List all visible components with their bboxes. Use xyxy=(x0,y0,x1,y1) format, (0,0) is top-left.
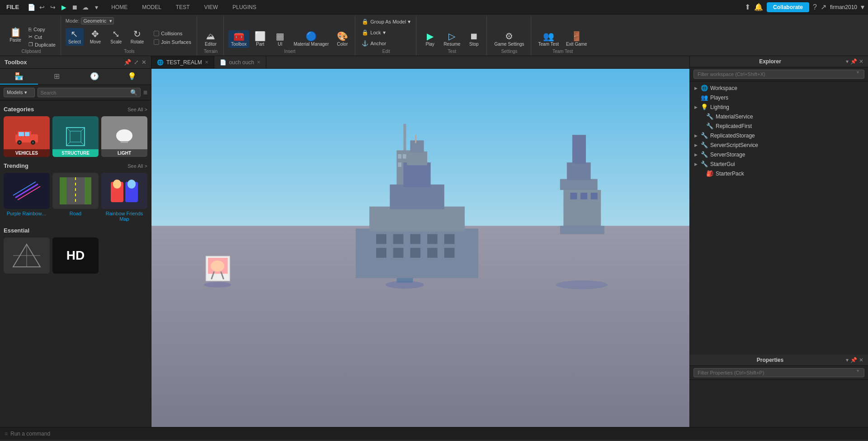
tab-test-realm-close[interactable]: ✕ xyxy=(205,60,208,65)
help-icon[interactable]: ? xyxy=(813,3,817,11)
play-title-icon[interactable]: ▶ xyxy=(60,3,68,11)
category-light[interactable]: LIGHT xyxy=(101,116,147,157)
filter-options-icon[interactable]: ≡ xyxy=(143,89,147,97)
redo-icon[interactable]: ↪ xyxy=(49,3,57,11)
trend-road[interactable]: Road xyxy=(52,173,99,222)
tab-model[interactable]: MODEL xyxy=(136,3,168,12)
collisions-checkbox[interactable] xyxy=(154,31,159,36)
anchor-button[interactable]: ⚓ Anchor xyxy=(360,39,388,48)
properties-close-icon[interactable]: ✕ xyxy=(859,357,863,363)
stop-title-icon[interactable]: ⏹ xyxy=(71,3,79,11)
tree-item-lighting[interactable]: ▶ 💡 Lighting xyxy=(690,102,868,112)
viewport-tab-ouch[interactable]: 📄 ouch ouch ✕ xyxy=(214,56,266,68)
upload-icon[interactable]: ⬆ xyxy=(745,3,750,11)
trend-rainbow-friends[interactable]: Rainbow Friends Map xyxy=(101,173,147,222)
copy-button[interactable]: ⎘ Copy xyxy=(27,26,57,33)
tab-view[interactable]: VIEW xyxy=(198,3,225,12)
exit-game-button[interactable]: 🚪 Exit Game xyxy=(563,30,590,48)
explorer-pin-icon[interactable]: 📌 xyxy=(850,58,857,65)
explorer-search-input[interactable] xyxy=(693,70,864,79)
notification-icon[interactable]: 🔔 xyxy=(754,3,763,11)
explorer-close-icon[interactable]: ✕ xyxy=(859,58,863,65)
category-vehicles[interactable]: VEHICLES xyxy=(4,116,50,157)
select-button[interactable]: ↖ Select xyxy=(66,28,84,46)
share-icon[interactable]: ↗ xyxy=(821,3,826,11)
resume-button[interactable]: ▷ Resume xyxy=(441,30,463,48)
collaborate-button[interactable]: Collaborate xyxy=(767,2,809,12)
user-dropdown-icon[interactable]: ▾ xyxy=(861,3,864,11)
toolbox-close-icon[interactable]: ✕ xyxy=(142,59,146,66)
explorer-tree: ▶ 🌐 Workspace 👥 Players ▶ 💡 Lighting 🔧 xyxy=(690,81,868,355)
viewport-canvas[interactable] xyxy=(151,69,689,427)
stop-button[interactable]: ⏹ Stop xyxy=(465,30,483,48)
tree-item-starter-gui[interactable]: ▶ 🔧 StarterGui xyxy=(690,159,868,169)
essential-header: Essential xyxy=(4,227,147,234)
scale-button[interactable]: ⤡ Scale xyxy=(107,28,125,46)
toolbox-button[interactable]: 🧰 Toolbox xyxy=(228,30,249,48)
new-file-icon[interactable]: 📄 xyxy=(27,3,35,11)
terrain-editor-button[interactable]: ⛰ Editor xyxy=(202,30,220,48)
viewport-tab-test-realm-label: TEST_REALM xyxy=(166,59,202,66)
viewport-tab-test-realm[interactable]: 🌐 TEST_REALM ✕ xyxy=(151,56,214,68)
svg-rect-73 xyxy=(407,152,427,165)
dropdown-title-icon[interactable]: ▾ xyxy=(92,3,100,11)
move-button[interactable]: ✥ Move xyxy=(86,28,104,46)
essential-item-1[interactable] xyxy=(4,237,50,274)
tab-test[interactable]: TEST xyxy=(170,3,196,12)
team-test-button[interactable]: 👥 Team Test xyxy=(536,30,561,48)
publish-icon[interactable]: ☁ xyxy=(81,3,90,11)
category-structure[interactable]: STRUCTURE xyxy=(52,116,99,157)
tree-item-server-storage[interactable]: ▶ 🔧 ServerStorage xyxy=(690,150,868,159)
search-input[interactable] xyxy=(41,90,130,95)
tree-item-replicated-first[interactable]: 🔧 ReplicatedFirst xyxy=(690,121,868,131)
tb-tab-recent[interactable]: 🕐 xyxy=(75,69,113,85)
collisions-button[interactable]: Collisions xyxy=(152,30,193,37)
paste-icon: 📋 xyxy=(10,28,21,37)
rotate-button[interactable]: ↻ Rotate xyxy=(128,28,146,46)
properties-search-input[interactable] xyxy=(693,368,864,377)
paste-button[interactable]: 📋 Paste xyxy=(5,26,25,48)
part-button[interactable]: ⬜ Part xyxy=(251,30,269,48)
search-icon[interactable]: 🔍 xyxy=(130,89,137,96)
tree-item-material-service[interactable]: 🔧 MaterialService xyxy=(690,112,868,121)
tab-home[interactable]: HOME xyxy=(105,3,134,12)
command-input[interactable] xyxy=(10,431,863,437)
trend-purple-rainbow[interactable]: Purple Rainbow… xyxy=(4,173,50,222)
cut-button[interactable]: ✂ Cut xyxy=(27,33,57,40)
duplicate-button[interactable]: ❐ Duplicate xyxy=(27,41,57,48)
file-menu[interactable]: FILE xyxy=(4,3,22,11)
properties-pin-icon[interactable]: 📌 xyxy=(850,357,857,363)
tb-tab-inventory[interactable]: ⊞ xyxy=(38,69,76,85)
models-dropdown[interactable]: Models ▾ xyxy=(4,88,35,97)
undo-icon[interactable]: ↩ xyxy=(38,3,46,11)
tree-item-replicated-storage[interactable]: ▶ 🔧 ReplicatedStorage xyxy=(690,131,868,140)
lock-button[interactable]: 🔒 Lock ▾ xyxy=(360,28,387,37)
join-surfaces-checkbox[interactable] xyxy=(154,39,159,45)
properties-dropdown-icon[interactable]: ▾ xyxy=(846,357,849,363)
play-button[interactable]: ▶ Play xyxy=(421,30,439,48)
tree-item-players[interactable]: 👥 Players xyxy=(690,93,868,102)
server-script-arrow: ▶ xyxy=(694,143,700,147)
trending-see-all[interactable]: See All > xyxy=(127,163,147,169)
properties-filter-dropdown[interactable]: ▾ xyxy=(857,368,859,373)
categories-see-all[interactable]: See All > xyxy=(127,107,147,112)
toolbox-popout-icon[interactable]: ⤢ xyxy=(134,59,139,66)
tree-item-starter-pack[interactable]: 🎒 StarterPack xyxy=(690,169,868,178)
group-as-model-button[interactable]: 🔒 Group As Model ▾ xyxy=(360,17,412,26)
toolbox-pin-icon[interactable]: 📌 xyxy=(124,59,131,66)
ui-button[interactable]: ▦ UI xyxy=(271,30,289,48)
essential-item-2[interactable]: HD xyxy=(52,237,99,274)
color-button[interactable]: 🎨 Color xyxy=(333,30,351,48)
join-surfaces-button[interactable]: Join Surfaces xyxy=(152,38,193,46)
tb-tab-marketplace[interactable]: 🏪 xyxy=(0,69,38,85)
explorer-dropdown-icon[interactable]: ▾ xyxy=(846,58,849,65)
game-settings-button[interactable]: ⚙ Game Settings xyxy=(491,30,527,48)
mode-dropdown[interactable]: Geometric ▾ xyxy=(81,17,114,24)
tree-item-workspace[interactable]: ▶ 🌐 Workspace xyxy=(690,83,868,93)
tree-item-server-script-service[interactable]: ▶ 🔧 ServerScriptService xyxy=(690,140,868,150)
tb-tab-suggested[interactable]: 💡 xyxy=(113,69,151,85)
explorer-filter-dropdown[interactable]: ▾ xyxy=(857,70,859,75)
material-manager-button[interactable]: 🔵 Material Manager xyxy=(291,30,331,48)
tab-ouch-close[interactable]: ✕ xyxy=(257,60,260,65)
tab-plugins[interactable]: PLUGINS xyxy=(226,3,263,12)
